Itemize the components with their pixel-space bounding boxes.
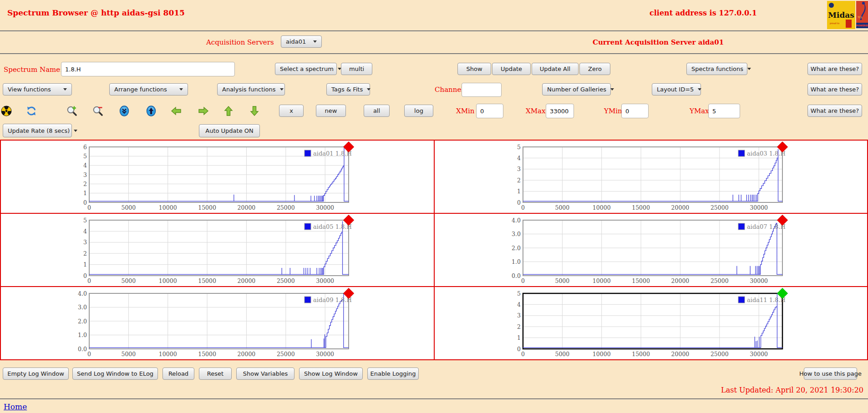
- ymin-input[interactable]: [621, 104, 649, 118]
- xmin-input[interactable]: [476, 104, 503, 118]
- arrow-down-icon[interactable]: [249, 106, 260, 116]
- spectra-gallery: 0500010000150002000025000300000123456aid…: [0, 140, 868, 360]
- svg-text:0: 0: [87, 277, 91, 284]
- svg-text:0: 0: [521, 351, 525, 358]
- zoom-in-icon[interactable]: [66, 106, 77, 116]
- spectrum-panel-aida03[interactable]: 050001000015000200002500030000012345aida…: [435, 141, 868, 213]
- what-are-these-button[interactable]: What are these?: [807, 83, 862, 96]
- svg-text:aida05 1.8.H: aida05 1.8.H: [313, 223, 352, 230]
- svg-text:3: 3: [517, 166, 521, 172]
- update-rate-dropdown[interactable]: Update Rate (8 secs): [3, 124, 72, 137]
- ymax-input[interactable]: [708, 104, 740, 118]
- svg-text:1: 1: [517, 334, 521, 341]
- acquisition-server-select[interactable]: aida01: [281, 35, 322, 48]
- reset-button[interactable]: Reset: [199, 368, 232, 380]
- send-log-to-elog-button[interactable]: Send Log Window to ELog: [72, 368, 158, 380]
- spectrum-panel-aida05[interactable]: 050001000015000200002500030000012345aida…: [1, 214, 434, 286]
- multi-button[interactable]: multi: [341, 63, 372, 75]
- home-link[interactable]: Home: [4, 402, 27, 411]
- arrow-right-icon[interactable]: [198, 106, 209, 116]
- tcl-powered-band: POWERED: [856, 23, 868, 28]
- reload-button[interactable]: Reload: [162, 368, 194, 380]
- xmax-label: XMax: [526, 107, 545, 115]
- spectrum-name-input[interactable]: [61, 62, 235, 76]
- what-are-these-button[interactable]: What are these?: [807, 63, 862, 75]
- arrange-functions-dropdown[interactable]: Arrange functions: [109, 83, 188, 96]
- enable-logging-button[interactable]: Enable Logging: [367, 368, 419, 380]
- tags-fits-dropdown[interactable]: Tags & Fits: [326, 83, 370, 96]
- spectra-functions-dropdown[interactable]: Spectra functions: [686, 63, 747, 75]
- tcl-feather-icon: TCL: [856, 1, 868, 23]
- number-of-galleries-label: Number of Galleries: [547, 86, 606, 93]
- what-are-these-button[interactable]: What are these?: [807, 105, 862, 117]
- analysis-functions-dropdown[interactable]: Analysis functions: [217, 83, 285, 96]
- log-button[interactable]: log: [404, 105, 433, 117]
- empty-log-window-button[interactable]: Empty Log Window: [3, 368, 69, 380]
- spectrum-panel-aida09[interactable]: 0500010000150002000025000300000.01.02.03…: [1, 287, 434, 359]
- svg-text:4: 4: [517, 155, 521, 161]
- auto-update-button[interactable]: Auto Update ON: [199, 124, 260, 137]
- svg-text:30000: 30000: [750, 351, 768, 358]
- refresh-icon[interactable]: [26, 106, 37, 116]
- update-all-button[interactable]: Update All: [532, 63, 579, 75]
- channel-input[interactable]: [462, 83, 502, 97]
- svg-text:3.0: 3.0: [78, 304, 87, 311]
- zero-button[interactable]: Zero: [579, 63, 610, 75]
- acquisition-server-selected: aida01: [286, 38, 306, 45]
- midas-logo-red-box: [846, 20, 852, 28]
- svg-text:2: 2: [83, 181, 87, 187]
- show-button[interactable]: Show: [457, 63, 491, 75]
- new-button[interactable]: new: [316, 105, 346, 117]
- page-title: Spectrum Browser @ http aidas-gsi 8015: [7, 8, 185, 17]
- select-spectrum-label: Select a spectrum: [280, 65, 334, 72]
- arrow-left-icon[interactable]: [171, 106, 182, 116]
- svg-text:1.0: 1.0: [78, 332, 87, 338]
- select-spectrum-dropdown[interactable]: Select a spectrum: [275, 63, 337, 75]
- layout-id-dropdown[interactable]: Layout ID=5: [652, 83, 701, 96]
- svg-text:15000: 15000: [632, 204, 650, 211]
- svg-text:0: 0: [521, 277, 525, 284]
- scroll-up-icon[interactable]: [146, 106, 157, 116]
- svg-text:30000: 30000: [750, 204, 768, 211]
- svg-text:3.0: 3.0: [512, 231, 521, 237]
- svg-text:25000: 25000: [710, 277, 728, 284]
- show-log-window-button[interactable]: Show Log Window: [299, 368, 363, 380]
- all-button[interactable]: all: [364, 105, 390, 117]
- svg-text:5: 5: [517, 290, 521, 297]
- svg-text:2.0: 2.0: [512, 245, 521, 252]
- svg-text:5: 5: [517, 144, 521, 151]
- svg-text:1: 1: [83, 261, 87, 268]
- xmax-input[interactable]: [546, 104, 574, 118]
- svg-text:2: 2: [83, 250, 87, 257]
- svg-text:aida09 1.8.H: aida09 1.8.H: [313, 297, 352, 303]
- svg-text:2.0: 2.0: [78, 318, 87, 325]
- svg-text:20000: 20000: [238, 277, 256, 284]
- view-functions-dropdown[interactable]: View functions: [3, 83, 72, 96]
- chevron-down-icon: [610, 88, 614, 91]
- midas-logo[interactable]: Midas proud to: [827, 1, 855, 29]
- update-button[interactable]: Update: [492, 63, 531, 75]
- how-to-use-button[interactable]: How to use this page: [804, 368, 857, 380]
- x-button[interactable]: x: [279, 105, 304, 117]
- channel-label: Channel:: [435, 86, 466, 94]
- chart-aida07: 0500010000150002000025000300000.01.02.03…: [507, 215, 789, 285]
- spectrum-panel-aida11[interactable]: 050001000015000200002500030000012345aida…: [435, 287, 868, 359]
- spectrum-panel-aida01[interactable]: 0500010000150002000025000300000123456aid…: [1, 141, 434, 213]
- svg-text:10000: 10000: [159, 277, 177, 284]
- radiation-icon[interactable]: [1, 106, 12, 116]
- svg-text:10000: 10000: [159, 204, 177, 211]
- xmin-label: XMin: [456, 107, 475, 115]
- zoom-out-icon[interactable]: [92, 106, 103, 116]
- chevron-down-icon: [74, 130, 77, 132]
- number-of-galleries-dropdown[interactable]: Number of Galleries: [542, 83, 611, 96]
- spectrum-panel-aida07[interactable]: 0500010000150002000025000300000.01.02.03…: [435, 214, 868, 286]
- tcl-powered-logo[interactable]: TCL POWERED: [856, 1, 868, 28]
- spectrum-row: Spectrum Name: Select a spectrum multi S…: [0, 54, 868, 79]
- arrow-up-icon[interactable]: [223, 106, 234, 116]
- show-variables-button[interactable]: Show Variables: [236, 368, 294, 380]
- svg-text:15000: 15000: [198, 351, 216, 358]
- chevron-down-icon: [313, 40, 317, 43]
- analysis-functions-label: Analysis functions: [222, 86, 276, 93]
- layout-id-label: Layout ID=5: [657, 86, 694, 93]
- scroll-down-icon[interactable]: [119, 106, 130, 116]
